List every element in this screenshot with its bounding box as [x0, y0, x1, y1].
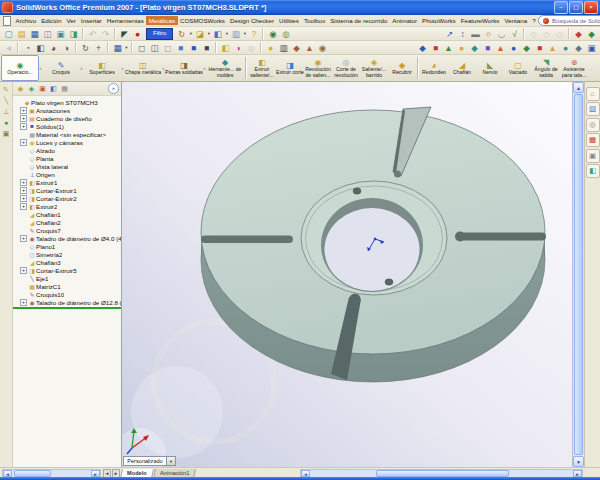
menu-featureworks[interactable]: FeatureWorks: [458, 16, 502, 25]
menu-utilities[interactable]: Utilities: [276, 16, 301, 25]
photoworks-items-icon[interactable]: ▣: [586, 149, 600, 163]
menu-met-licas[interactable]: Metálicas: [146, 16, 177, 25]
analysis-tool-13-icon[interactable]: ◆: [573, 42, 585, 54]
menu-insertar[interactable]: Insertar: [78, 16, 104, 25]
menu-herramientas[interactable]: Herramientas: [104, 16, 146, 25]
section-view-icon[interactable]: ◧: [220, 42, 232, 54]
zoom-in-out-icon[interactable]: ◕: [48, 42, 60, 54]
viewport-scroll-left[interactable]: ◄: [301, 470, 310, 477]
analysis-tool-1-icon[interactable]: ◆: [417, 42, 429, 54]
tree-expand-toggle[interactable]: +: [20, 187, 27, 194]
tree-item-chafl-n2[interactable]: ◢Chaflán2: [13, 218, 121, 226]
menu-animator[interactable]: Animator: [390, 16, 420, 25]
tree-expand-toggle[interactable]: +: [20, 235, 27, 242]
viewport-vertical-scrollbar[interactable]: ▲ ▼: [572, 82, 584, 467]
help-icon[interactable]: ?: [248, 28, 260, 40]
tree-item-alzado[interactable]: ◇Alzado: [13, 146, 121, 154]
menu-toolbox[interactable]: Toolbox: [301, 16, 327, 25]
panel-splitter-handle[interactable]: ⋮: [118, 252, 121, 257]
menu-sistema-de-recorrido[interactable]: Sistema de recorrido: [328, 16, 390, 25]
tree-item-eje1[interactable]: ╲Eje1: [13, 274, 121, 282]
menu-photoworks[interactable]: PhotoWorks: [420, 16, 459, 25]
shaded-with-edges-icon[interactable]: ■: [175, 42, 187, 54]
displaymanager-tab[interactable]: ▦: [59, 83, 70, 94]
web-tool-1-icon[interactable]: ◉: [267, 28, 279, 40]
sketch-tool-icon[interactable]: ✎: [1, 85, 11, 95]
tree-item-croquis10[interactable]: ✎Croquis10: [13, 290, 121, 298]
propertymanager-tab[interactable]: ◈: [26, 83, 37, 94]
tree-item-vista-lateral[interactable]: ◇Vista lateral: [13, 162, 121, 170]
wireframe-icon[interactable]: ◻: [136, 42, 148, 54]
shadows-icon[interactable]: ■: [201, 42, 213, 54]
analysis-tool-3-icon[interactable]: ▲: [443, 42, 455, 54]
cosmos-check-icon[interactable]: ◆: [586, 28, 598, 40]
tree-expand-toggle[interactable]: +: [20, 123, 27, 130]
annotation-1-icon[interactable]: ◇: [528, 28, 540, 40]
select-arrow-icon[interactable]: ◤: [119, 28, 131, 40]
cmdmgr-tab-chapa-met-lica[interactable]: ◫Chapa metálica: [124, 55, 162, 81]
analysis-tool-11-icon[interactable]: ▲: [547, 42, 559, 54]
zebra-stripes-icon[interactable]: ▥: [278, 42, 290, 54]
tree-expand-toggle[interactable]: +: [20, 267, 27, 274]
scroll-down-button[interactable]: ▼: [573, 456, 584, 467]
note-tool-icon[interactable]: ▬: [470, 28, 482, 40]
pan-view-icon[interactable]: +: [93, 42, 105, 54]
hidden-lines-visible-icon[interactable]: ◫: [149, 42, 161, 54]
tree-item-extruir1[interactable]: +◧Extruir1: [13, 178, 121, 186]
cmdmgr-button-extruir-saliente-[interactable]: ◧Extruir saliente/...: [248, 55, 276, 81]
tree-item-origen[interactable]: ⊥Origen: [13, 170, 121, 178]
tree-item-croquis7[interactable]: ✎Croquis7: [13, 226, 121, 234]
analysis-tool-12-icon[interactable]: ●: [560, 42, 572, 54]
previous-view-icon[interactable]: ◄: [3, 42, 15, 54]
featuremanager-tab[interactable]: ◆: [15, 83, 26, 94]
menu-archivo[interactable]: Archivo: [13, 16, 39, 25]
cmdmgr-button-corte-de-revoluci-n[interactable]: ◎Corte de revolución: [332, 55, 360, 81]
shaded-icon[interactable]: ■: [188, 42, 200, 54]
viewport-canvas[interactable]: [122, 82, 572, 467]
zoom-to-fit-icon[interactable]: ◔: [22, 42, 34, 54]
tree-item-chafl-n3[interactable]: ◢Chaflán3: [13, 258, 121, 266]
cmdmgr-button-vaciado[interactable]: ▢Vaciado: [504, 55, 532, 81]
tree-item-luces-y-c-maras[interactable]: +◉Luces y cámaras: [13, 138, 121, 146]
measure-tool-icon[interactable]: ◆: [291, 42, 303, 54]
tree-scroll-left[interactable]: ◄: [3, 470, 12, 477]
cmdmgr-tab-superficies[interactable]: ◧Superficies: [83, 55, 121, 81]
selection-filter-icon[interactable]: ●: [132, 28, 144, 40]
menu-ventana[interactable]: Ventana: [502, 16, 530, 25]
cmdmgr-button-revoluci-n-de-salien-[interactable]: ◉Revolución de salien...: [304, 55, 332, 81]
zoom-to-area-icon[interactable]: ◧: [35, 42, 47, 54]
custom-properties-icon[interactable]: ◧: [586, 164, 600, 178]
tree-scroll-thumb[interactable]: [14, 470, 52, 477]
draft-analysis-icon[interactable]: ●: [265, 42, 277, 54]
make-drawing-icon[interactable]: ◫: [42, 28, 54, 40]
cmdmgr-button-recubrir[interactable]: ◆Recubrir: [388, 55, 416, 81]
standard-views-icon[interactable]: ▦: [112, 42, 124, 54]
web-tool-2-icon[interactable]: ◎: [280, 28, 292, 40]
vertical-scroll-thumb[interactable]: [574, 94, 583, 455]
cosmos-run-icon[interactable]: ◆: [573, 28, 585, 40]
print-icon[interactable]: ▣: [55, 28, 67, 40]
viewport-scroll-right[interactable]: ►: [573, 470, 582, 477]
cmdmgr-tab-croquis[interactable]: ✎Croquis: [42, 55, 80, 81]
viewport-scroll-thumb[interactable]: [376, 470, 510, 477]
tree-item-root[interactable]: ◆ Plato virgen ST07MCH3: [13, 98, 121, 106]
menu--[interactable]: ?: [530, 16, 538, 25]
curvature-icon[interactable]: ◗: [233, 42, 245, 54]
menu-edici-n[interactable]: Edición: [39, 16, 64, 25]
tree-expand-toggle[interactable]: +: [20, 299, 27, 306]
tree-item-s-lidos-1-[interactable]: +■Sólidos(1): [13, 122, 121, 130]
cmdmgr-button-redondeo[interactable]: ◕Redondeo: [420, 55, 448, 81]
undo-icon[interactable]: ↶: [87, 28, 99, 40]
analysis-tool-7-icon[interactable]: ▲: [495, 42, 507, 54]
solidworks-resources-icon[interactable]: ⌂: [586, 87, 600, 101]
analysis-tool-6-icon[interactable]: ■: [482, 42, 494, 54]
tree-expand-toggle[interactable]: +: [20, 203, 27, 210]
panel-expand-chevron[interactable]: »: [108, 83, 119, 94]
tree-item-material-sin-especificar-[interactable]: ▦Material <sin especificar>: [13, 130, 121, 138]
tree-item-taladro-de-di-metro-de-4-0-4[interactable]: +◉Taladro de diámetro de Ø4.0 (4: [13, 234, 121, 242]
view-preset-dropdown[interactable]: Personalizado ▼: [123, 456, 176, 466]
analysis-tool-8-icon[interactable]: ●: [508, 42, 520, 54]
tree-expand-toggle[interactable]: +: [20, 139, 27, 146]
mass-properties-icon[interactable]: ▲: [304, 42, 316, 54]
tree-item-chafl-n1[interactable]: ◢Chaflán1: [13, 210, 121, 218]
